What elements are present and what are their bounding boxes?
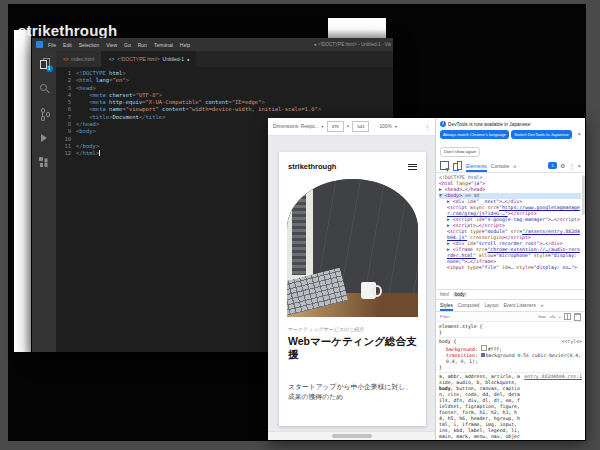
menubar-item-view[interactable]: View	[106, 42, 117, 48]
token: ></script>	[502, 235, 531, 240]
token: </div>	[505, 199, 522, 204]
menubar-item-help[interactable]: Help	[180, 42, 190, 48]
line-number: 9	[56, 128, 76, 135]
vscode-activity-bar: 1	[32, 51, 56, 352]
browser-viewport-column: Dimensions: Respo... ▾ 375 × 541 100% ▾ …	[268, 118, 435, 440]
tab-untitled-1[interactable]: <> <!DOCTYPE html> Untitled-1 ●	[102, 51, 196, 67]
hero-window-pane	[292, 187, 306, 275]
styles-tab-event-listeners[interactable]: Event Listeners	[503, 300, 535, 311]
more-tabs-icon[interactable]: »	[541, 303, 544, 308]
close-devtools-icon[interactable]: ×	[577, 163, 581, 169]
html-file-icon: <>	[63, 57, 68, 62]
token: meta	[93, 106, 106, 112]
breadcrumb-body[interactable]: body	[453, 292, 467, 297]
css-selector[interactable]: element.style {	[439, 324, 582, 330]
hero-image	[287, 179, 418, 317]
filter-input[interactable]: Filter	[440, 314, 535, 319]
token: meta	[93, 92, 106, 98]
filter-toggle[interactable]: +	[558, 314, 561, 319]
stylesheet-source[interactable]: entry.882d4b04.css:1	[524, 374, 582, 380]
issues-badge[interactable]: 1	[548, 162, 557, 169]
menubar-item-run[interactable]: Run	[138, 42, 147, 48]
token: DOCTYPE	[83, 70, 106, 76]
grid-toggle-icon[interactable]	[564, 313, 571, 320]
code-text: <title>Document</title>	[76, 114, 165, 121]
token: <!	[76, 70, 83, 76]
always-match-language-button[interactable]: Always match Chrome's language	[440, 130, 509, 139]
menubar-item-go[interactable]: Go	[124, 42, 131, 48]
styles-tab-computed[interactable]: Computed	[458, 300, 480, 311]
token: html	[83, 150, 96, 156]
color-swatch-icon[interactable]	[481, 345, 487, 351]
css-property-value: #fff;	[488, 347, 502, 352]
run-debug-icon[interactable]	[39, 133, 50, 144]
search-icon[interactable]	[39, 83, 50, 94]
tab-index-html[interactable]: <> index.html	[56, 51, 102, 67]
style-rule: a, abbr, address, article, aside, audio,…	[439, 373, 582, 441]
menubar-item-terminal[interactable]: Terminal	[154, 42, 173, 48]
page-heading: Webマーケティング総合支援	[288, 335, 420, 361]
filter-toggle[interactable]: :hov	[538, 314, 546, 319]
inspect-element-icon[interactable]	[440, 161, 449, 170]
page-logo[interactable]: strikethrough	[288, 162, 336, 171]
menubar-item-edit[interactable]: Edit	[63, 42, 72, 48]
menubar-item-selection[interactable]: Selection	[79, 42, 100, 48]
devtools-scrollbar[interactable]	[582, 175, 585, 215]
menubar-item-file[interactable]: File	[48, 42, 56, 48]
toggle-device-toolbar-icon[interactable]	[453, 161, 462, 170]
scrollbar-thumb[interactable]	[332, 434, 372, 438]
styles-tab-layout[interactable]: Layout	[484, 300, 498, 311]
dom-tree-node[interactable]: <input type="file" id=… style="display: …	[439, 265, 581, 271]
stylesheet-source[interactable]: <style>	[562, 339, 582, 345]
token: element.style {	[439, 324, 482, 329]
background-card-top-edge	[328, 18, 386, 38]
gear-icon[interactable]: ⚙	[560, 163, 565, 169]
token: "scroll_recorder_root"	[476, 241, 540, 246]
dom-tree-node[interactable]: ▶ <iframe src="chrome-extension://…/audi…	[439, 247, 581, 265]
token: </	[76, 121, 83, 127]
line-number: 5	[56, 99, 76, 106]
line-number: 4	[56, 92, 76, 99]
dont-show-again-button[interactable]: Don't show again	[440, 147, 480, 157]
viewport-width-input[interactable]: 375	[327, 121, 344, 132]
zoom-dropdown[interactable]: 100%	[379, 124, 391, 129]
styles-tab-styles[interactable]: Styles	[440, 300, 453, 311]
token: id	[464, 199, 473, 204]
token: >	[93, 85, 96, 91]
css-selector[interactable]: a, abbr, address, article, aside, audio,…	[439, 374, 521, 441]
devtools-tab-elements[interactable]: Elements	[466, 159, 487, 172]
token: allow	[476, 253, 493, 258]
token: <div	[453, 241, 465, 246]
dom-tree-node[interactable]: <script async src="https://www.googletag…	[439, 205, 581, 217]
token: "s-google-tag-manager"	[485, 217, 549, 222]
tab-label: index.html	[71, 56, 94, 62]
notification-text: DevTools is now available in Japanese!	[448, 122, 531, 127]
breadcrumb-html[interactable]: html	[440, 292, 449, 297]
kebab-menu-icon[interactable]: ⋮	[568, 163, 574, 169]
css-property[interactable]: background: #fff;	[439, 345, 582, 353]
extensions-icon[interactable]	[39, 158, 50, 169]
switch-to-japanese-button[interactable]: Switch DevTools to Japanese	[511, 130, 572, 139]
filter-toggle[interactable]: .cls	[549, 314, 556, 319]
bezier-swatch-icon[interactable]	[481, 353, 485, 357]
notification-close-icon[interactable]: ×	[577, 132, 581, 137]
token: "file"	[482, 265, 499, 270]
dimensions-dropdown[interactable]: Dimensions: Respo...	[273, 124, 319, 129]
horizontal-scrollbar[interactable]	[268, 431, 435, 440]
vscode-tab-bar: <> index.html <> <!DOCTYPE html> Untitle…	[56, 51, 393, 67]
hamburger-menu-icon[interactable]	[408, 162, 417, 171]
css-property[interactable]: transition: background 0.5s cubic-bezier…	[439, 353, 582, 365]
more-options-icon[interactable]: ⋮	[424, 123, 430, 130]
code-text: <meta http-equiv="X-UA-Compatible" conte…	[76, 99, 265, 106]
source-control-icon[interactable]	[39, 108, 50, 119]
background-card-left-edge	[14, 30, 31, 352]
devtools-tab-console[interactable]: Console	[491, 159, 509, 172]
more-tabs-icon[interactable]: »	[513, 163, 516, 169]
computed-panel-icon[interactable]	[574, 313, 581, 321]
token: "X-UA-Compatible"	[146, 99, 202, 105]
explorer-icon[interactable]: 1	[39, 58, 50, 69]
dom-tree-node[interactable]: <script type="module" src="/assets/entry…	[439, 229, 581, 241]
viewport-height-input[interactable]: 541	[352, 121, 369, 132]
css-property-name: background:	[446, 347, 481, 352]
token: content	[202, 99, 229, 105]
